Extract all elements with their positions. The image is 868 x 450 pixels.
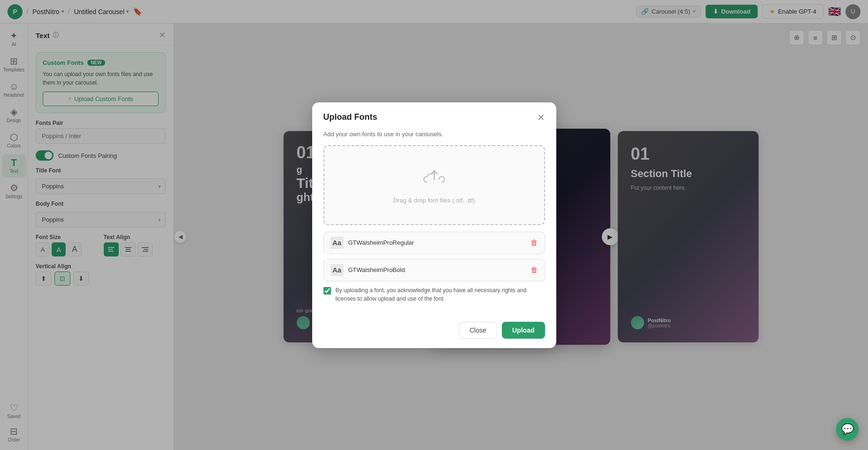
font-delete-button-1[interactable]: 🗑 [530, 266, 538, 274]
upload-fonts-modal: Upload Fonts ✕ Add your own fonts to use… [312, 102, 556, 348]
modal-footer: Close Upload [312, 315, 556, 348]
disclaimer-label: By uploading a font, you acknowledge tha… [336, 286, 545, 303]
modal-header: Upload Fonts ✕ [312, 102, 556, 131]
modal-title: Upload Fonts [323, 112, 377, 122]
chat-widget-button[interactable]: 💬 [836, 418, 859, 441]
modal-subtitle: Add your own fonts to use in your carous… [312, 131, 556, 145]
disclaimer-checkbox[interactable] [323, 287, 331, 295]
modal-upload-button[interactable]: Upload [502, 322, 545, 339]
font-aa-icon-1: Aa [330, 264, 344, 276]
modal-close-button[interactable]: ✕ [537, 112, 545, 123]
font-dropzone[interactable]: Drag & drop font files (.otf, .ttf) [323, 145, 545, 225]
cloud-upload-icon [422, 166, 446, 191]
dropzone-text: Drag & drop font files (.otf, .ttf) [393, 197, 475, 204]
font-row-1: Aa GTWalsheimProBold 🗑 [323, 259, 545, 281]
modal-overlay[interactable]: Upload Fonts ✕ Add your own fonts to use… [0, 0, 868, 450]
font-aa-icon-0: Aa [330, 237, 344, 249]
font-name-0: GTWalsheimProRegular [348, 239, 526, 246]
font-delete-button-0[interactable]: 🗑 [530, 239, 538, 247]
disclaimer-row: By uploading a font, you acknowledge tha… [323, 286, 545, 308]
uploaded-fonts-list: Aa GTWalsheimProRegular 🗑 Aa GTWalsheimP… [323, 232, 545, 281]
modal-body: Drag & drop font files (.otf, .ttf) Aa G… [312, 145, 556, 315]
modal-close-action-button[interactable]: Close [459, 322, 497, 339]
font-row-0: Aa GTWalsheimProRegular 🗑 [323, 232, 545, 254]
font-name-1: GTWalsheimProBold [348, 266, 526, 273]
